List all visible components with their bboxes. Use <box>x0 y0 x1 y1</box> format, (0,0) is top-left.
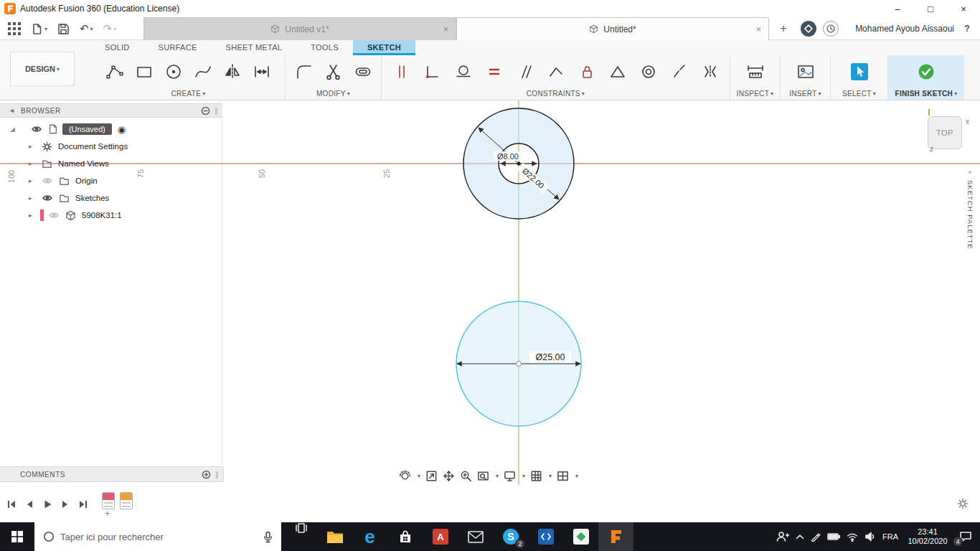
modify-dropdown[interactable]: MODIFY ▾ <box>286 88 381 100</box>
mirror-tool-icon[interactable] <box>223 62 242 81</box>
timeline-feature-sketch1[interactable] <box>102 492 115 509</box>
extensions-button[interactable] <box>801 21 816 37</box>
constraints-dropdown[interactable]: CONSTRAINTS ▾ <box>382 88 730 100</box>
taskbar-fusion-360[interactable] <box>598 522 633 551</box>
perpendicular-constraint-icon[interactable] <box>547 63 565 80</box>
tab-close-icon[interactable]: × <box>443 24 448 34</box>
wifi-icon[interactable] <box>847 532 858 542</box>
dimension-label-inner[interactable]: Ø8.00 <box>494 151 522 161</box>
tab-tools[interactable]: TOOLS <box>296 40 353 55</box>
tab-surface[interactable]: SURFACE <box>144 40 212 55</box>
expand-comments-icon[interactable] <box>202 470 211 479</box>
app-grid-button[interactable] <box>4 22 24 35</box>
browser-item-root[interactable]: ◢ (Unsaved) ◉ <box>0 121 222 138</box>
browser-item-document-settings[interactable]: ▸ Document Settings <box>0 138 222 155</box>
browser-item-named-views[interactable]: ▸ Named Views <box>0 155 222 172</box>
trim-tool-icon[interactable] <box>324 62 343 81</box>
play-icon[interactable] <box>42 499 53 510</box>
orbit-icon[interactable] <box>399 470 411 482</box>
task-view-button[interactable] <box>284 522 319 534</box>
tab-sheet-metal[interactable]: SHEET METAL <box>212 40 297 55</box>
palette-expand-icon[interactable]: « <box>963 169 977 176</box>
caret-down-icon[interactable]: ▾ <box>418 473 420 479</box>
fit-icon[interactable] <box>477 470 489 482</box>
midpoint-constraint-icon[interactable] <box>609 63 626 80</box>
caret-down-icon[interactable]: ▾ <box>522 473 525 479</box>
root-document-label[interactable]: (Unsaved) <box>62 123 112 135</box>
bottom-sketch-centerpoint[interactable] <box>517 362 522 367</box>
create-dropdown[interactable]: CREATE ▾ <box>92 88 285 100</box>
taskbar-blue-app[interactable] <box>528 522 563 551</box>
taskbar-skype[interactable]: S 2 <box>493 522 528 551</box>
browser-panel-edge[interactable] <box>222 118 222 465</box>
dimension-label-bottom[interactable]: Ø25.00 <box>529 351 571 362</box>
panel-handle-icon[interactable]: ∥ <box>215 471 219 479</box>
eye-icon[interactable] <box>42 192 53 204</box>
workspace-switcher[interactable]: DESIGN ▾ <box>10 52 75 86</box>
battery-icon[interactable] <box>827 532 840 541</box>
browser-item-sketches[interactable]: ▸ Sketches <box>0 189 222 207</box>
caret-down-icon[interactable]: ▾ <box>496 473 499 479</box>
pan-icon[interactable] <box>443 470 455 482</box>
coincident-constraint-icon[interactable] <box>424 63 441 80</box>
eye-off-icon[interactable] <box>48 209 60 221</box>
hidden-icons-chevron-icon[interactable] <box>796 534 804 540</box>
taskbar-edge[interactable]: e <box>352 522 387 551</box>
tab-solid[interactable]: SOLID <box>90 40 144 55</box>
browser-item-component-5908K31[interactable]: ▸ 5908K31:1 <box>0 207 222 224</box>
tab-close-icon[interactable]: × <box>755 24 761 34</box>
caret-down-icon[interactable]: ▾ <box>549 473 552 479</box>
equal-constraint-icon[interactable] <box>486 63 503 80</box>
sketch-palette-tab[interactable]: « SKETCH PALETTE <box>963 169 977 250</box>
select-cursor-icon[interactable] <box>851 63 868 80</box>
minimize-button[interactable]: – <box>881 0 914 17</box>
collinear-constraint-icon[interactable] <box>671 63 688 80</box>
redo-button[interactable]: ↷ ▾ <box>100 17 121 40</box>
look-at-icon[interactable] <box>425 470 438 482</box>
spline-tool-icon[interactable] <box>194 62 212 81</box>
zoom-icon[interactable] <box>460 470 472 482</box>
start-button[interactable] <box>0 522 34 551</box>
search-input[interactable] <box>60 532 263 542</box>
volume-icon[interactable] <box>864 532 876 542</box>
tab-sketch[interactable]: SKETCH <box>353 40 415 55</box>
browser-header[interactable]: ◄ BROWSER ∥ <box>0 103 222 118</box>
root-corner-icon[interactable]: ◢ <box>10 126 15 133</box>
new-tab-button[interactable]: + <box>776 17 791 40</box>
timeline-add-group-icon[interactable]: + <box>105 509 110 519</box>
taskbar-red-app[interactable]: A <box>423 522 458 551</box>
rectangle-tool-icon[interactable] <box>135 62 154 81</box>
line-tool-icon[interactable] <box>105 62 124 81</box>
parallel-constraint-icon[interactable] <box>517 63 534 80</box>
go-to-start-icon[interactable] <box>6 499 17 510</box>
insert-image-icon[interactable] <box>796 62 815 81</box>
display-settings-icon[interactable] <box>504 470 516 482</box>
measure-icon[interactable] <box>746 62 765 81</box>
panel-handle-icon[interactable]: ∥ <box>215 107 218 115</box>
action-center-button[interactable]: 4 <box>957 522 974 551</box>
document-tab-untitled[interactable]: Untitled* × <box>456 17 769 40</box>
tree-caret-icon[interactable]: ▸ <box>29 194 36 202</box>
save-button[interactable] <box>54 23 73 35</box>
inspect-dropdown[interactable]: INSPECT ▾ <box>730 88 780 100</box>
caret-down-icon[interactable]: ▾ <box>575 473 578 479</box>
go-to-end-icon[interactable] <box>77 499 89 510</box>
tree-caret-icon[interactable]: ▸ <box>29 160 36 167</box>
collapse-panel-icon[interactable] <box>201 106 210 116</box>
fillet-tool-icon[interactable] <box>295 62 314 81</box>
undo-button[interactable]: ↶ ▾ <box>76 17 97 40</box>
grid-settings-icon[interactable] <box>530 470 542 482</box>
comments-bar[interactable]: COMMENTS ∥ <box>0 466 224 482</box>
people-icon[interactable] <box>776 531 789 542</box>
insert-dropdown[interactable]: INSERT ▾ <box>781 88 830 100</box>
tree-caret-icon[interactable]: ▸ <box>29 143 36 150</box>
concentric-constraint-icon[interactable] <box>640 63 657 80</box>
finish-sketch-check-icon[interactable] <box>918 63 935 80</box>
fix-constraint-icon[interactable] <box>578 63 595 80</box>
eye-off-icon[interactable] <box>42 175 53 187</box>
help-button[interactable]: ? <box>960 17 974 40</box>
taskbar-clock[interactable]: 23:41 10/02/2020 <box>905 527 951 546</box>
taskbar-mail[interactable] <box>458 522 493 551</box>
timeline-feature-sketch2[interactable] <box>120 492 133 509</box>
step-forward-icon[interactable] <box>60 499 71 510</box>
